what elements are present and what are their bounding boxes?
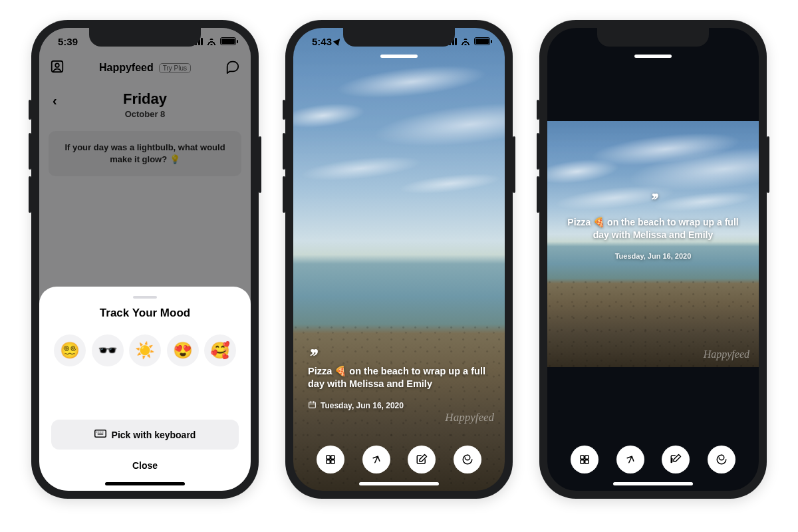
keyboard-icon: [94, 429, 106, 440]
drag-handle[interactable]: [634, 55, 672, 58]
pick-with-keyboard-button[interactable]: Pick with keyboard: [51, 420, 239, 450]
phone-mockup-3: ’’ Pizza 🍕 on the beach to wrap up a ful…: [539, 20, 767, 499]
mood-emoji-3[interactable]: 😍: [167, 334, 199, 366]
location-icon: [333, 37, 342, 46]
svg-rect-8: [309, 402, 316, 408]
wifi-icon: [460, 37, 471, 45]
status-time: 5:39: [58, 36, 78, 47]
memory-date: Tuesday, Jun 16, 2020: [562, 252, 744, 260]
svg-rect-19: [585, 460, 589, 464]
svg-rect-18: [581, 460, 584, 464]
quote-mark-icon: ’’: [562, 189, 744, 211]
memory-caption: Pizza 🍕 on the beach to wrap up a full d…: [562, 217, 744, 242]
battery-icon: [474, 37, 490, 45]
grid-button[interactable]: [571, 446, 598, 473]
grid-button[interactable]: [317, 446, 344, 473]
calendar-icon: [308, 400, 317, 411]
wifi-icon: [206, 37, 217, 45]
svg-rect-15: [331, 460, 334, 464]
mood-emoji-0[interactable]: 😵‍💫: [54, 334, 86, 366]
refresh-button[interactable]: [454, 446, 481, 473]
notch: [597, 28, 709, 47]
pizza-emoji: 🍕: [593, 217, 604, 228]
sheet-title: Track Your Mood: [51, 307, 239, 320]
emoji-row: 😵‍💫 🕶️ ☀️ 😍 🥰: [51, 334, 239, 366]
action-bar: [293, 446, 505, 473]
home-indicator[interactable]: [613, 482, 693, 485]
memory-photo-framed[interactable]: ’’ Pizza 🍕 on the beach to wrap up a ful…: [547, 121, 759, 367]
edit-button[interactable]: [662, 446, 690, 473]
mood-sheet: Track Your Mood 😵‍💫 🕶️ ☀️ 😍 🥰 Pick with …: [39, 287, 251, 491]
watermark: Happyfeed: [704, 348, 749, 360]
memory-caption-block: ’’ Pizza 🍕 on the beach to wrap up a ful…: [308, 352, 490, 411]
battery-icon: [220, 37, 236, 45]
memory-caption-block: ’’ Pizza 🍕 on the beach to wrap up a ful…: [562, 189, 744, 261]
notch: [343, 28, 455, 47]
phone-mockup-1: 5:39 Happyfeed Try Plus: [31, 20, 259, 499]
memory-date: Tuesday, Jun 16, 2020: [308, 400, 490, 411]
sheet-drag-handle[interactable]: [133, 296, 157, 299]
svg-rect-12: [327, 456, 330, 459]
mood-emoji-2[interactable]: ☀️: [129, 334, 161, 366]
pick-with-keyboard-label: Pick with keyboard: [112, 430, 196, 440]
svg-rect-17: [585, 456, 589, 459]
phone-mockup-2: 5:43 ’’ Pizza 🍕 on the beach to wrap up …: [285, 20, 513, 499]
send-button[interactable]: [616, 446, 644, 473]
mood-emoji-4[interactable]: 🥰: [204, 334, 236, 366]
edit-button[interactable]: [408, 446, 436, 473]
close-button[interactable]: Close: [51, 450, 239, 473]
home-indicator[interactable]: [105, 482, 185, 485]
pizza-emoji: 🍕: [334, 366, 346, 376]
svg-rect-16: [581, 456, 584, 459]
svg-rect-13: [331, 456, 334, 459]
notch: [89, 28, 201, 47]
svg-rect-14: [327, 460, 330, 464]
refresh-button[interactable]: [708, 446, 735, 473]
mood-emoji-1[interactable]: 🕶️: [92, 334, 124, 366]
action-bar: [547, 446, 759, 473]
drag-handle[interactable]: [380, 55, 418, 58]
watermark: Happyfeed: [445, 411, 494, 424]
send-button[interactable]: [362, 446, 390, 473]
quote-mark-icon: ’’: [308, 352, 490, 361]
home-indicator[interactable]: [359, 482, 439, 485]
status-time: 5:43: [312, 36, 332, 47]
memory-caption: Pizza 🍕 on the beach to wrap up a full d…: [308, 365, 490, 391]
